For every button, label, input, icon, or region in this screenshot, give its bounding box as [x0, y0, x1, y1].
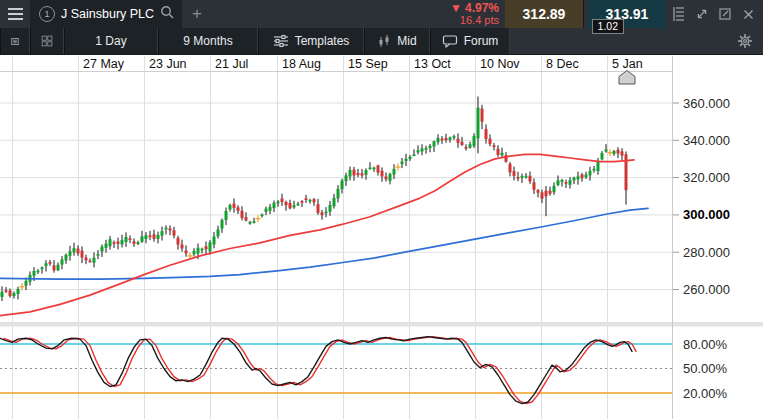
- candle-body: [161, 231, 164, 236]
- candle-body: [525, 176, 528, 178]
- candle-body: [317, 204, 320, 213]
- candle-body: [409, 157, 412, 159]
- candle-body: [37, 271, 40, 273]
- time-period-label: 1 Day: [95, 34, 126, 48]
- expand-icon[interactable]: [693, 5, 711, 23]
- candle-body: [413, 154, 416, 156]
- candle-body: [177, 238, 180, 245]
- candle-body: [325, 212, 328, 214]
- templates-sliders-icon: [273, 34, 289, 48]
- candle-body: [545, 191, 548, 197]
- candle-body: [109, 239, 112, 246]
- candle-body: [517, 177, 520, 179]
- candle-body: [93, 258, 96, 263]
- candle-body: [593, 169, 596, 171]
- candle-body: [81, 251, 84, 258]
- candle-body: [269, 207, 272, 211]
- candle-body: [481, 109, 484, 122]
- candle-body: [561, 180, 564, 182]
- chart-toolbar: 1 Day 9 Months Templates Mid Forum: [0, 28, 763, 55]
- time-period-button[interactable]: 1 Day: [64, 28, 158, 54]
- price-axis-label: 300.000: [683, 207, 730, 222]
- chart-area[interactable]: 360.000340.000320.000300.000280.000260.0…: [0, 56, 763, 419]
- candle-body: [437, 138, 440, 142]
- candle-body: [313, 199, 316, 202]
- candle-body: [497, 149, 500, 155]
- templates-button[interactable]: Templates: [258, 28, 364, 54]
- main-menu-icon[interactable]: [0, 0, 30, 28]
- date-range-label: 9 Months: [183, 34, 232, 48]
- candle-body: [9, 291, 12, 297]
- candle-body: [453, 136, 456, 138]
- candle-body: [5, 290, 8, 292]
- candle-body: [101, 247, 104, 252]
- price-type-button[interactable]: Mid: [364, 28, 430, 54]
- layout-grid-icon-button[interactable]: [30, 28, 64, 54]
- sell-price-button[interactable]: 312.89: [505, 0, 584, 28]
- candle-body: [65, 255, 68, 261]
- candle-body: [281, 199, 284, 203]
- candle-body: [569, 180, 572, 185]
- candle-body: [181, 244, 184, 248]
- candle-body: [205, 246, 208, 249]
- candle-body: [357, 173, 360, 175]
- x-axis-label: 18 Aug: [282, 57, 321, 71]
- candle-body: [321, 212, 324, 215]
- candle-body: [445, 138, 448, 140]
- watchlist-icon-button[interactable]: [0, 28, 30, 54]
- candle-body: [601, 153, 604, 159]
- candle-body: [105, 244, 108, 248]
- candle-body: [213, 236, 216, 244]
- candle-body: [617, 150, 620, 154]
- candle-body: [301, 201, 304, 203]
- candle-body: [137, 242, 140, 244]
- candle-body: [61, 259, 64, 264]
- candle-body: [425, 148, 428, 150]
- new-tab-button[interactable]: +: [182, 1, 212, 27]
- candle-body: [421, 148, 424, 151]
- candle-body: [309, 200, 312, 202]
- close-icon[interactable]: [739, 5, 757, 23]
- candle-body: [113, 242, 116, 244]
- instrument-tab[interactable]: 1 J Sainsbury PLC: [30, 0, 182, 28]
- x-axis-label: 8 Dec: [546, 57, 579, 71]
- candlestick-icon: [377, 34, 391, 49]
- candle-body: [97, 254, 100, 256]
- pop-out-icon[interactable]: [716, 5, 734, 23]
- candle-body: [513, 171, 516, 176]
- candle-body: [157, 235, 160, 239]
- candle-body: [265, 209, 268, 212]
- candle-body: [377, 165, 380, 172]
- candle-body: [553, 186, 556, 192]
- top-bar: 1 J Sainsbury PLC + ▼ 4.97% 16.4 pts 312…: [0, 0, 763, 28]
- date-range-button[interactable]: 9 Months: [158, 28, 258, 54]
- candle-body: [405, 159, 408, 161]
- sell-price: 312.89: [523, 6, 566, 22]
- change-percent: 4.97%: [465, 2, 499, 14]
- candle-body: [141, 236, 144, 242]
- candle-body: [577, 176, 580, 179]
- chart-settings-gear-icon[interactable]: [727, 28, 763, 54]
- candle-body: [485, 129, 488, 139]
- candle-body: [41, 268, 44, 270]
- candle-body: [173, 230, 176, 235]
- chart-background: [0, 56, 763, 419]
- price-ladder-icon[interactable]: [670, 5, 688, 23]
- candle-body: [597, 161, 600, 171]
- forum-button[interactable]: Forum: [430, 28, 510, 54]
- stoch-axis-label: 80.00%: [683, 337, 728, 352]
- candle-body: [285, 202, 288, 205]
- candle-body: [53, 265, 56, 270]
- search-icon[interactable]: [160, 5, 174, 23]
- candle-body: [333, 198, 336, 206]
- candle-body: [277, 202, 280, 204]
- candle-body: [221, 220, 224, 229]
- candle-body: [345, 175, 348, 181]
- price-change: ▼ 4.97% 16.4 pts: [450, 2, 499, 26]
- candle-body: [249, 222, 252, 224]
- price-and-stochastic-chart[interactable]: 360.000340.000320.000300.000280.000260.0…: [0, 56, 763, 419]
- x-axis-label: 10 Nov: [480, 57, 520, 71]
- candle-body: [89, 261, 92, 263]
- candle-body: [477, 108, 480, 139]
- candle-body: [25, 281, 28, 286]
